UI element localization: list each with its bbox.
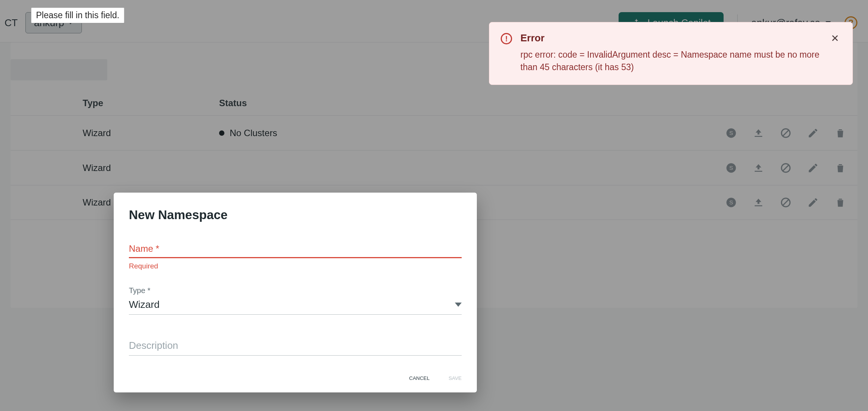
toast-title: Error bbox=[520, 32, 821, 44]
svg-line-7 bbox=[783, 165, 789, 171]
svg-text:S: S bbox=[729, 130, 733, 136]
svg-line-3 bbox=[783, 130, 789, 136]
error-toast: ! Error rpc error: code = InvalidArgumen… bbox=[489, 22, 853, 85]
cell-status: No Clusters bbox=[219, 128, 277, 138]
currency-icon[interactable]: S bbox=[725, 162, 737, 174]
currency-icon[interactable]: S bbox=[725, 127, 737, 139]
type-value: Wizard bbox=[129, 299, 160, 311]
block-icon[interactable] bbox=[780, 162, 791, 174]
row-actions: S bbox=[725, 162, 846, 174]
modal-title: New Namespace bbox=[129, 208, 462, 222]
table-row[interactable]: Wizard No Clusters S bbox=[11, 115, 857, 150]
delete-icon[interactable] bbox=[835, 162, 846, 174]
search-input[interactable] bbox=[11, 59, 107, 80]
description-label: Description bbox=[129, 340, 462, 356]
cell-type: Wizard bbox=[83, 128, 219, 138]
publish-icon[interactable] bbox=[753, 162, 764, 174]
edit-icon[interactable] bbox=[807, 127, 819, 139]
name-helper: Required bbox=[129, 262, 462, 270]
tab-ct[interactable]: CT bbox=[0, 12, 22, 33]
row-actions: S bbox=[725, 197, 846, 208]
row-actions: S bbox=[725, 127, 846, 139]
toast-message: rpc error: code = InvalidArgument desc =… bbox=[520, 49, 821, 74]
name-field[interactable]: Name * Required bbox=[129, 243, 462, 270]
type-field[interactable]: Type * Wizard bbox=[129, 286, 462, 315]
dropdown-caret-icon bbox=[455, 303, 462, 307]
description-field[interactable]: Description bbox=[129, 340, 462, 356]
table-row[interactable]: Wizard S bbox=[11, 150, 857, 185]
table-header: Type Status bbox=[11, 91, 857, 115]
name-underline bbox=[129, 257, 462, 258]
edit-icon[interactable] bbox=[807, 162, 819, 174]
modal-actions: CANCEL SAVE bbox=[129, 375, 462, 381]
publish-icon[interactable] bbox=[753, 127, 764, 139]
col-status-header: Status bbox=[219, 98, 247, 108]
status-dot-icon bbox=[219, 130, 224, 136]
status-text: No Clusters bbox=[230, 128, 277, 138]
block-icon[interactable] bbox=[780, 197, 791, 208]
publish-icon[interactable] bbox=[753, 197, 764, 208]
toast-close-icon[interactable]: ✕ bbox=[829, 32, 841, 44]
cancel-button[interactable]: CANCEL bbox=[409, 375, 429, 381]
block-icon[interactable] bbox=[780, 127, 791, 139]
save-button: SAVE bbox=[448, 375, 462, 381]
alert-icon: ! bbox=[501, 33, 512, 44]
svg-text:S: S bbox=[729, 199, 733, 206]
svg-text:S: S bbox=[729, 165, 733, 171]
svg-line-11 bbox=[783, 200, 789, 206]
validation-tooltip: Please fill in this field. bbox=[31, 8, 124, 23]
delete-icon[interactable] bbox=[835, 197, 846, 208]
delete-icon[interactable] bbox=[835, 127, 846, 139]
new-namespace-modal: New Namespace Name * Required Type * Wiz… bbox=[114, 193, 477, 392]
name-label: Name * bbox=[129, 243, 462, 254]
col-type-header: Type bbox=[83, 98, 219, 108]
currency-icon[interactable]: S bbox=[725, 197, 737, 208]
cell-type: Wizard bbox=[83, 163, 219, 173]
type-label: Type * bbox=[129, 286, 462, 295]
edit-icon[interactable] bbox=[807, 197, 819, 208]
